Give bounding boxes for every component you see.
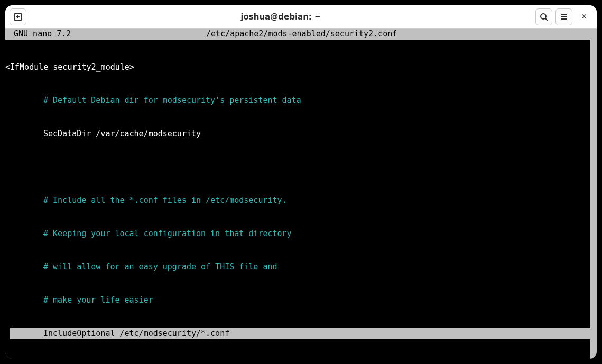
code-comment: # Keeping your local configuration in th… bbox=[5, 228, 590, 239]
nano-header: GNU nano 7.2 /etc/apache2/mods-enabled/s… bbox=[5, 29, 590, 40]
editor-content[interactable]: <IfModule security2_module> # Default De… bbox=[5, 40, 590, 359]
hamburger-icon bbox=[560, 13, 568, 21]
close-button[interactable]: × bbox=[576, 8, 592, 25]
svg-line-4 bbox=[545, 18, 548, 21]
code-comment: # Default Debian dir for modsecurity's p… bbox=[5, 95, 590, 106]
code-comment: # make your life easier bbox=[5, 295, 590, 306]
code-blank bbox=[5, 162, 590, 173]
svg-point-3 bbox=[541, 14, 546, 19]
code-text: IncludeOptional /etc/modsecurity/*.conf bbox=[43, 329, 229, 338]
search-button[interactable] bbox=[535, 8, 552, 25]
terminal-window: joshua@debian: ~ × GNU nano 7.2 /etc/apa… bbox=[5, 5, 597, 359]
window-title: joshua@debian: ~ bbox=[30, 12, 532, 22]
code-line: <IfModule security2_module> bbox=[5, 62, 590, 73]
code-line-cursor: IncludeOptional /etc/modsecurity/*.conf bbox=[10, 328, 590, 339]
nano-file-path: /etc/apache2/mods-enabled/security2.conf bbox=[206, 29, 397, 40]
nano-app-name: GNU nano 7.2 bbox=[5, 29, 206, 40]
code-comment: # Include all the *.conf files in /etc/m… bbox=[5, 195, 590, 206]
code-line: SecDataDir /var/cache/modsecurity bbox=[5, 128, 590, 139]
close-icon: × bbox=[581, 11, 587, 22]
terminal[interactable]: GNU nano 7.2 /etc/apache2/mods-enabled/s… bbox=[5, 29, 590, 359]
new-tab-button[interactable] bbox=[10, 8, 26, 25]
titlebar: joshua@debian: ~ × bbox=[5, 5, 597, 29]
code-comment: # will allow for an easy upgrade of THIS… bbox=[5, 262, 590, 273]
terminal-area: GNU nano 7.2 /etc/apache2/mods-enabled/s… bbox=[5, 29, 597, 359]
search-icon bbox=[540, 13, 548, 21]
plus-box-icon bbox=[14, 13, 22, 21]
scrollbar[interactable] bbox=[590, 29, 597, 359]
menu-button[interactable] bbox=[555, 8, 572, 25]
